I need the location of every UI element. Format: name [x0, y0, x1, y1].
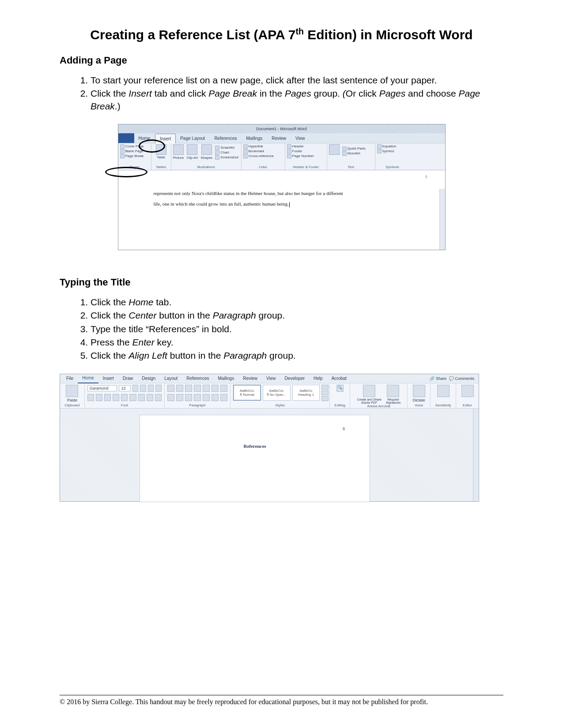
tab-page-layout[interactable]: Page Layout — [176, 133, 210, 143]
multilevel-icon[interactable] — [185, 385, 192, 392]
style-heading1[interactable]: AaBbCc Heading 1 — [292, 385, 320, 401]
clear-format-icon[interactable] — [155, 385, 162, 392]
title-prefix: Creating a Reference List (APA 7 — [90, 27, 295, 42]
align-left-icon[interactable] — [167, 394, 174, 401]
request-signatures-button[interactable]: Request Signatures — [386, 385, 401, 404]
chart-button[interactable]: Chart — [215, 150, 238, 155]
font-color-icon[interactable] — [155, 394, 162, 401]
align-right-icon[interactable] — [185, 394, 192, 401]
section-adding-page: Adding a Page — [60, 55, 503, 66]
superscript-icon[interactable] — [129, 394, 136, 401]
strike-icon[interactable] — [113, 394, 119, 401]
document-area[interactable]: 5 represents not only Nora's childlike s… — [118, 170, 445, 250]
tab-layout[interactable]: Layout — [160, 374, 182, 383]
share-button[interactable]: 🔗 Share — [430, 376, 446, 381]
picture-button[interactable]: Picture — [173, 144, 184, 160]
ruler-mark: 5 — [425, 173, 427, 182]
scrollbar[interactable] — [473, 409, 479, 501]
tab-acrobat[interactable]: Acrobat — [327, 374, 351, 383]
tab-file[interactable]: File — [62, 374, 78, 383]
tab-review[interactable]: Review — [238, 374, 262, 383]
find-icon[interactable]: 🔍 — [336, 385, 344, 392]
increase-indent-icon[interactable] — [203, 385, 210, 392]
bullets-icon[interactable] — [167, 385, 174, 392]
page-break-button[interactable]: Page Break — [120, 154, 149, 158]
decrease-indent-icon[interactable] — [194, 385, 201, 392]
shapes-button[interactable]: Shapes — [200, 144, 212, 160]
styles-up-icon[interactable] — [321, 385, 329, 390]
italic-icon[interactable] — [96, 394, 102, 401]
tab-design[interactable]: Design — [137, 374, 160, 383]
tab-view[interactable]: View — [262, 374, 280, 383]
justify-icon[interactable] — [194, 394, 201, 401]
shrink-font-icon[interactable] — [140, 385, 146, 392]
symbol-button[interactable]: Symbol — [377, 149, 408, 154]
wordart-button[interactable]: WordArt — [342, 151, 366, 156]
hyperlink-icon — [243, 144, 248, 149]
tab-developer[interactable]: Developer — [280, 374, 309, 383]
group-label: Voice — [410, 403, 427, 407]
group-label: Illustrations — [173, 165, 239, 169]
sort-icon[interactable] — [212, 385, 219, 392]
screenshot-button[interactable]: Screenshot — [215, 155, 238, 160]
crossref-button[interactable]: Cross-reference — [243, 154, 283, 158]
tab-file[interactable] — [118, 133, 134, 143]
tab-home[interactable]: Home — [78, 374, 98, 383]
tab-review[interactable]: Review — [267, 133, 291, 143]
text-effects-icon[interactable] — [138, 394, 145, 401]
font-name-select[interactable]: Garamond — [87, 385, 117, 391]
line-spacing-icon[interactable] — [203, 394, 210, 401]
group-links: Hyperlink Bookmark Cross-reference Links — [242, 143, 285, 170]
borders-icon[interactable] — [220, 394, 227, 401]
numbering-icon[interactable] — [176, 385, 183, 392]
subscript-icon[interactable] — [121, 394, 128, 401]
group-label: Adobe Acrobat — [353, 404, 404, 408]
show-hide-icon[interactable] — [220, 385, 227, 392]
clipart-button[interactable]: Clip Art — [186, 144, 198, 160]
editor-icon[interactable] — [461, 385, 474, 397]
highlight-icon[interactable] — [147, 394, 153, 401]
underline-icon[interactable] — [104, 394, 111, 401]
header-button[interactable]: Header — [287, 144, 325, 149]
quickparts-button[interactable]: Quick Parts — [342, 146, 366, 151]
blank-page-icon — [120, 149, 125, 154]
textbox-button[interactable] — [329, 144, 340, 156]
style-normal[interactable]: AaBbCcL ¶ Normal — [233, 385, 261, 401]
comments-button[interactable]: 💬 Comments — [449, 376, 474, 381]
bookmark-button[interactable]: Bookmark — [243, 149, 283, 154]
header-icon — [287, 144, 291, 149]
styles-down-icon[interactable] — [321, 390, 329, 395]
smartart-button[interactable]: SmartArt — [215, 146, 238, 150]
font-size-select[interactable]: 12 — [119, 385, 130, 391]
footer-button[interactable]: Footer — [287, 149, 325, 154]
shading-icon[interactable] — [212, 394, 219, 401]
equation-button[interactable]: Equation — [377, 144, 408, 149]
tab-mailings[interactable]: Mailings — [242, 133, 268, 143]
style-no-spacing[interactable]: AaBbCcL ¶ No Spac... — [263, 385, 291, 401]
tab-view[interactable]: View — [291, 133, 310, 143]
references-title: References — [140, 443, 370, 449]
scrollbar[interactable] — [439, 189, 445, 250]
step: Click the Align Left button in the Parag… — [91, 349, 503, 362]
grow-font-icon[interactable] — [132, 385, 139, 392]
paste-icon[interactable] — [66, 385, 78, 397]
tab-references[interactable]: References — [182, 374, 213, 383]
tab-draw[interactable]: Draw — [118, 374, 137, 383]
sensitivity-icon[interactable] — [437, 385, 450, 397]
tab-insert[interactable]: Insert — [98, 374, 118, 383]
change-case-icon[interactable] — [148, 385, 154, 392]
tab-help[interactable]: Help — [309, 374, 327, 383]
pagenumber-button[interactable]: Page Number — [287, 154, 325, 158]
document-area[interactable]: References 6 — [60, 409, 479, 501]
hyperlink-button[interactable]: Hyperlink — [243, 144, 283, 149]
tab-mailings[interactable]: Mailings — [213, 374, 238, 383]
bold-icon[interactable] — [87, 394, 94, 401]
text-cursor — [289, 202, 290, 207]
window-titlebar: Document1 - Microsoft Word — [118, 124, 445, 133]
align-center-icon[interactable] — [176, 394, 183, 401]
dictate-icon[interactable] — [413, 385, 425, 397]
create-share-pdf-button[interactable]: Create and Share Adobe PDF — [357, 385, 381, 404]
tab-references[interactable]: References — [210, 133, 242, 143]
group-label: Font — [87, 403, 162, 407]
styles-more-icon[interactable] — [321, 396, 329, 401]
